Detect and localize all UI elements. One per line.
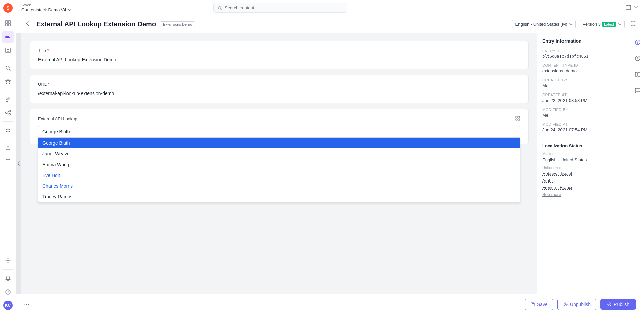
nav-notifications[interactable] bbox=[2, 272, 14, 285]
comments-icon[interactable] bbox=[632, 85, 643, 96]
nav-help[interactable]: ? bbox=[2, 286, 14, 298]
svg-point-30 bbox=[7, 258, 8, 259]
lookup-select[interactable]: George Bluth Janet Weaver Emma Wong Eve … bbox=[38, 126, 520, 137]
left-nav-rail: S bbox=[0, 0, 16, 314]
search-icon bbox=[218, 6, 222, 10]
svg-point-21 bbox=[7, 129, 8, 130]
unlocalized-arabic[interactable]: Arabic bbox=[542, 178, 625, 183]
save-button[interactable]: Save bbox=[525, 299, 553, 310]
svg-rect-45 bbox=[518, 119, 520, 120]
search-input[interactable] bbox=[225, 5, 343, 10]
panel-toggle[interactable] bbox=[16, 33, 21, 294]
created-at-row: Created At Jun 22, 2021 03:58 PM bbox=[542, 93, 625, 103]
toggle-chevron-icon bbox=[17, 161, 20, 166]
publish-button[interactable]: Publish bbox=[600, 299, 636, 310]
unlocalized-french[interactable]: French - France bbox=[542, 185, 625, 190]
version-selector[interactable]: Version 3 Latest bbox=[580, 20, 625, 28]
nav-deploy[interactable] bbox=[2, 142, 14, 154]
master-value: English - United States bbox=[542, 157, 625, 162]
fullscreen-button[interactable] bbox=[630, 20, 636, 28]
nav-divider-3 bbox=[3, 121, 13, 122]
svg-point-31 bbox=[7, 262, 8, 263]
svg-point-23 bbox=[6, 131, 7, 132]
save-icon bbox=[530, 302, 535, 307]
nav-search[interactable] bbox=[2, 62, 14, 74]
url-field-value[interactable]: /external-api-lookup-extension-demo bbox=[38, 91, 520, 96]
localization-section: Localization Status Master English - Uni… bbox=[542, 143, 625, 197]
compare-icon[interactable] bbox=[632, 69, 643, 80]
master-label: Master bbox=[542, 152, 625, 156]
back-button[interactable] bbox=[24, 20, 31, 28]
nav-grid[interactable] bbox=[2, 124, 14, 136]
dropdown-item-janet[interactable]: Janet Weaver bbox=[38, 148, 520, 159]
version-chevron-icon bbox=[618, 22, 622, 26]
svg-point-33 bbox=[9, 260, 10, 261]
user-avatar[interactable]: KC bbox=[3, 301, 13, 310]
svg-rect-6 bbox=[5, 35, 11, 35]
svg-rect-38 bbox=[626, 5, 631, 10]
header-right-controls bbox=[625, 4, 639, 11]
history-icon[interactable] bbox=[632, 53, 643, 64]
nav-workflows[interactable] bbox=[2, 107, 14, 119]
svg-line-18 bbox=[7, 111, 9, 112]
nav-entries[interactable] bbox=[2, 31, 14, 43]
dropdown-item-eve[interactable]: Eve Holt bbox=[38, 170, 520, 181]
svg-line-37 bbox=[221, 9, 222, 10]
lookup-select-wrapper[interactable]: George Bluth Janet Weaver Emma Wong Eve … bbox=[38, 126, 520, 137]
modified-by-label: Modified By bbox=[542, 108, 625, 112]
nav-dashboard[interactable] bbox=[2, 17, 14, 29]
dropdown-item-charles[interactable]: Charles Morris bbox=[38, 181, 520, 191]
svg-rect-26 bbox=[6, 159, 10, 164]
svg-rect-42 bbox=[516, 116, 517, 118]
stack-version[interactable]: Contentstack Demo V4 bbox=[21, 7, 72, 13]
nav-divider-2 bbox=[3, 90, 13, 90]
nav-extensions[interactable] bbox=[2, 255, 14, 267]
expand-icon[interactable] bbox=[515, 116, 520, 122]
entry-id-row: Entry ID blt6d0a1b7d1bfc4861 bbox=[542, 49, 625, 59]
svg-point-25 bbox=[9, 131, 10, 132]
modified-at-row: Modified At Jun 24, 2021 07:54 PM bbox=[542, 122, 625, 132]
nav-link[interactable] bbox=[2, 93, 14, 105]
see-more-link[interactable]: See more bbox=[542, 192, 625, 197]
entry-info-panel: Entry Information Entry ID blt6d0a1b7d1b… bbox=[537, 33, 631, 294]
more-options-button[interactable]: ··· bbox=[24, 301, 29, 308]
global-search-bar[interactable] bbox=[213, 3, 347, 13]
bottom-action-bar: ··· Save Unpublish bbox=[16, 294, 644, 314]
dropdown-item-george[interactable]: George Bluth bbox=[38, 138, 520, 148]
app-logo[interactable]: S bbox=[3, 3, 13, 13]
svg-rect-9 bbox=[5, 39, 9, 39]
info-panel-toggle-icon[interactable] bbox=[632, 37, 643, 48]
svg-rect-8 bbox=[5, 37, 10, 38]
title-field-card: Title * External API Lookup Extension De… bbox=[30, 41, 529, 69]
calendar-icon[interactable] bbox=[625, 4, 631, 11]
url-required-indicator: * bbox=[48, 82, 49, 87]
svg-point-11 bbox=[7, 49, 9, 51]
dropdown-item-tracey[interactable]: Tracey Ramos bbox=[38, 191, 520, 202]
unpublish-button[interactable]: Unpublish bbox=[557, 299, 596, 310]
entry-info-title: Entry Information bbox=[542, 38, 625, 44]
svg-rect-51 bbox=[638, 72, 640, 76]
modified-by-value: Me bbox=[542, 113, 625, 118]
locale-chevron-icon bbox=[569, 22, 573, 26]
svg-point-48 bbox=[637, 41, 638, 42]
locale-selector[interactable]: English - United States (M) bbox=[512, 20, 575, 28]
svg-point-29 bbox=[7, 260, 9, 261]
svg-point-22 bbox=[9, 129, 10, 130]
svg-line-19 bbox=[7, 113, 9, 114]
nav-favorites[interactable] bbox=[2, 75, 14, 87]
unlocalized-hebrew[interactable]: Hebrew - Israel bbox=[542, 171, 625, 176]
title-field-value[interactable]: External API Lookup Extension Demo bbox=[38, 57, 520, 62]
svg-rect-4 bbox=[5, 24, 8, 26]
external-api-lookup-field: External API Lookup George bbox=[30, 109, 529, 144]
svg-point-36 bbox=[218, 6, 221, 9]
lookup-dropdown-list: George Bluth Janet Weaver Emma Wong Eve … bbox=[38, 137, 520, 202]
nav-tasks[interactable] bbox=[2, 155, 14, 168]
unlocalized-label: Unlocalized bbox=[542, 166, 625, 170]
nav-assets[interactable] bbox=[2, 44, 14, 56]
svg-point-15 bbox=[5, 112, 7, 114]
dropdown-item-emma[interactable]: Emma Wong bbox=[38, 159, 520, 170]
dropdown-chevron-icon[interactable] bbox=[634, 5, 639, 11]
nav-divider-4 bbox=[3, 139, 13, 139]
svg-rect-5 bbox=[8, 24, 11, 26]
content-area: Title * External API Lookup Extension De… bbox=[16, 33, 644, 294]
